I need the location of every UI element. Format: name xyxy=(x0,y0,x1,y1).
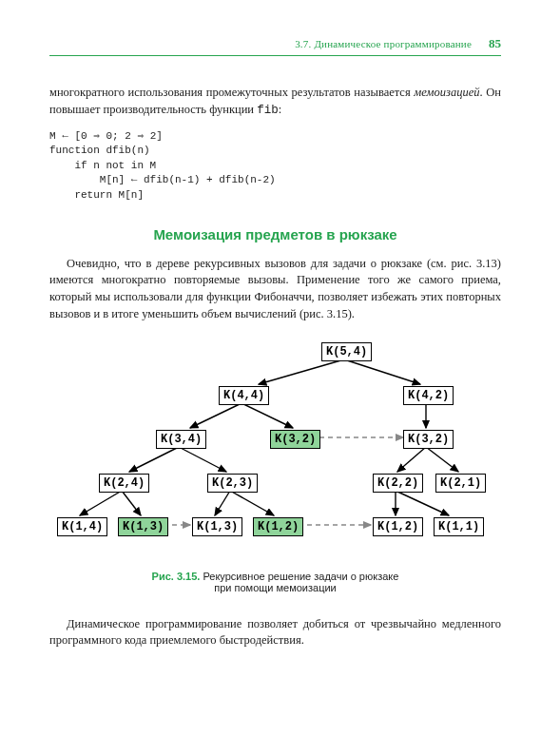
svg-line-12 xyxy=(230,491,274,515)
svg-line-2 xyxy=(190,403,242,428)
svg-line-7 xyxy=(397,447,426,472)
svg-line-3 xyxy=(242,403,293,428)
para-3: Динамическое программирование позволяет … xyxy=(49,616,501,650)
node-k14: K(1,4) xyxy=(57,517,107,536)
para-1: многократного использования промежуточны… xyxy=(49,85,501,120)
svg-line-11 xyxy=(215,491,230,515)
svg-line-5 xyxy=(129,447,179,472)
node-k22: K(2,2) xyxy=(373,474,423,493)
caption-text-a: Рекурсивное решение задачи о рюкзаке xyxy=(200,571,398,582)
code-block-dfib: M ← [0 ⇒ 0; 2 ⇒ 2] function dfib(n) if n… xyxy=(49,129,501,204)
page-header: 3.7. Динамическое программирование 85 xyxy=(49,36,501,56)
svg-line-0 xyxy=(259,359,344,384)
svg-line-8 xyxy=(426,447,458,472)
svg-line-10 xyxy=(122,491,141,515)
node-k32: K(3,2) xyxy=(403,430,454,449)
node-k12: K(1,2) xyxy=(373,517,423,536)
node-k24: K(2,4) xyxy=(99,474,149,493)
code-ident-fib: fib xyxy=(257,104,279,117)
node-k13: K(1,3) xyxy=(192,517,242,536)
page: 3.7. Динамическое программирование 85 мн… xyxy=(0,0,541,756)
node-k13-memo: K(1,3) xyxy=(118,517,168,536)
node-k21: K(2,1) xyxy=(435,474,486,493)
node-k23: K(2,3) xyxy=(207,474,258,493)
caption-text-b: при помощи мемоизации xyxy=(214,582,337,593)
page-number: 85 xyxy=(489,36,501,51)
term-memoization: мемоизацией xyxy=(414,86,479,99)
svg-line-6 xyxy=(179,447,226,472)
caption-label: Рис. 3.15. xyxy=(152,571,201,582)
node-k34: K(3,4) xyxy=(156,430,206,449)
node-k32-memo: K(3,2) xyxy=(270,430,320,449)
figure-caption: Рис. 3.15. Рекурсивное решение задачи о … xyxy=(49,571,501,593)
svg-line-14 xyxy=(396,491,449,515)
svg-line-9 xyxy=(80,491,122,515)
para-2: Очевидно, что в дереве рекурсивных вызов… xyxy=(49,256,501,323)
subheading-memo-knapsack: Мемоизация предметов в рюкзаке xyxy=(49,226,501,242)
text: : xyxy=(279,103,281,116)
node-k12-memo: K(1,2) xyxy=(253,517,303,536)
section-label: 3.7. Динамическое программирование xyxy=(295,38,472,49)
text: многократного использования промежуточны… xyxy=(49,86,414,99)
node-k42: K(4,2) xyxy=(403,386,454,405)
node-k11: K(1,1) xyxy=(434,517,484,536)
node-k54: K(5,4) xyxy=(321,342,372,361)
figure-3-15: K(5,4) K(4,4) K(4,2) K(3,4) K(3,2) K(3,2… xyxy=(27,337,500,565)
svg-line-1 xyxy=(344,359,420,384)
node-k44: K(4,4) xyxy=(219,386,269,405)
